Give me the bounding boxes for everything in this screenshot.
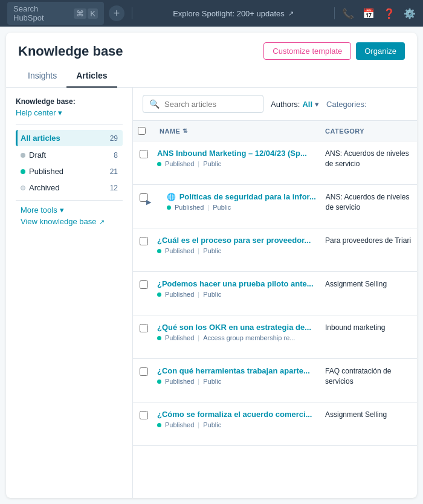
- authors-label: Authors:: [271, 100, 300, 109]
- sidebar-divider2: [16, 200, 123, 201]
- row-category-4: Inbound marketing: [320, 315, 417, 340]
- expand-icon[interactable]: ▶: [146, 198, 151, 205]
- row-checkbox-6[interactable]: [133, 402, 155, 419]
- article-title-4[interactable]: ¿Qué son los OKR en una estrategia de...: [157, 323, 315, 332]
- archived-label: Archived: [29, 183, 106, 192]
- article-visibility-3: Public: [203, 291, 221, 298]
- settings-icon[interactable]: ⚙️: [404, 8, 416, 19]
- row-checkbox-5[interactable]: [133, 359, 155, 376]
- table-row: ANS Inbound Marketing – 12/04/23 (Sp... …: [133, 141, 417, 185]
- help-center-selector[interactable]: Help center: [16, 108, 123, 117]
- categories-filter[interactable]: Categories:: [326, 100, 366, 109]
- row-category-5: FAQ contratación de servicios: [320, 359, 417, 394]
- sort-icon: ⇅: [182, 128, 188, 134]
- article-meta-2: Published | Public: [157, 247, 315, 254]
- article-title-5[interactable]: ¿Con qué herramientas trabajan aparte...: [157, 366, 315, 375]
- tab-insights[interactable]: Insights: [18, 65, 66, 88]
- hubspot-search[interactable]: Search HubSpot ⌘ K: [7, 2, 104, 25]
- tab-articles[interactable]: Articles: [66, 65, 117, 88]
- article-meta-6: Published | Public: [157, 421, 315, 428]
- table-row: ¿Cuál es el proceso para ser proveedor..…: [133, 228, 417, 272]
- organize-button[interactable]: Organize: [356, 42, 405, 60]
- table-row: ¿Podemos hacer una prueba piloto ante...…: [133, 272, 417, 315]
- row-name-cell-3: ¿Podemos hacer una prueba piloto ante...…: [155, 272, 320, 305]
- search-box[interactable]: 🔍: [143, 95, 263, 113]
- help-icon[interactable]: ❓: [383, 8, 395, 19]
- add-button[interactable]: +: [109, 5, 124, 21]
- table-row: ¿Con qué herramientas trabajan aparte...…: [133, 359, 417, 402]
- article-title-2[interactable]: ¿Cuál es el proceso para ser proveedor..…: [157, 236, 315, 245]
- th-name[interactable]: NAME ⇅: [155, 124, 320, 137]
- archived-dot: [21, 186, 25, 190]
- article-visibility-4: Access group membership re...: [203, 334, 295, 341]
- row-name-cell-6: ¿Cómo se formaliza el acuerdo comerci...…: [155, 402, 320, 436]
- article-title-0[interactable]: ANS Inbound Marketing – 12/04/23 (Sp...: [157, 149, 315, 158]
- customize-template-button[interactable]: Customize template: [263, 42, 351, 60]
- page-header: Knowledge base Customize template Organi…: [6, 33, 417, 60]
- row-checkbox-2[interactable]: [133, 228, 155, 245]
- more-tools-button[interactable]: More tools: [21, 205, 123, 215]
- spotlight-banner[interactable]: Explore Spotlight: 200+ updates ↗: [140, 9, 327, 18]
- content-area: Knowledge base: Help center All articles…: [6, 88, 417, 498]
- sidebar-section-label: Knowledge base:: [16, 97, 123, 106]
- spotlight-text: Explore Spotlight: 200+ updates: [173, 9, 285, 18]
- article-status-6: Published: [165, 421, 194, 428]
- th-category: CATEGORY: [320, 124, 417, 137]
- table-row: ▶ 🌐 Políticas de seguridad para la infor…: [133, 185, 417, 228]
- calendar-icon[interactable]: 📅: [363, 8, 375, 19]
- authors-filter[interactable]: Authors: All: [271, 100, 319, 109]
- select-all-checkbox[interactable]: [138, 127, 146, 135]
- article-visibility-0: Public: [203, 160, 221, 167]
- status-dot-6: [157, 423, 161, 427]
- sidebar-divider: [16, 124, 123, 125]
- search-text: Search HubSpot: [13, 4, 70, 22]
- sidebar-item-archived[interactable]: Archived 12: [16, 180, 123, 195]
- status-dot-4: [157, 336, 161, 340]
- article-title-6[interactable]: ¿Cómo se formaliza el acuerdo comerci...: [157, 410, 315, 419]
- table-header: NAME ⇅ CATEGORY: [133, 121, 417, 141]
- status-dot-1: [167, 205, 171, 210]
- row-checkbox-1[interactable]: [133, 185, 155, 202]
- phone-icon[interactable]: 📞: [342, 8, 354, 19]
- cmd-key: ⌘: [74, 8, 86, 19]
- header-buttons: Customize template Organize: [263, 42, 405, 60]
- article-visibility-2: Public: [203, 247, 221, 254]
- row-checkbox-3[interactable]: [133, 272, 155, 289]
- article-title-3[interactable]: ¿Podemos hacer una prueba piloto ante...: [157, 279, 315, 288]
- row-checkbox-4[interactable]: [133, 315, 155, 332]
- sidebar-item-draft[interactable]: Draft 8: [16, 147, 123, 163]
- authors-value[interactable]: All: [302, 100, 312, 109]
- draft-count: 8: [114, 151, 118, 160]
- chevron-down-icon: [58, 108, 62, 117]
- k-key: K: [88, 8, 98, 19]
- draft-dot: [21, 153, 25, 158]
- external-link-icon: ↗: [288, 10, 294, 18]
- row-category-2: Para proveedores de Triari: [320, 228, 417, 253]
- article-meta-4: Published | Access group membership re..…: [157, 334, 315, 341]
- article-visibility-6: Public: [203, 421, 221, 428]
- row-checkbox-0[interactable]: [133, 141, 155, 158]
- article-meta-5: Published | Public: [157, 378, 315, 385]
- draft-label: Draft: [29, 150, 110, 160]
- article-status-1: Published: [175, 204, 204, 211]
- row-category-6: Assignment Selling: [320, 402, 417, 427]
- article-meta-0: Published | Public: [157, 160, 315, 167]
- globe-icon: 🌐: [167, 193, 176, 201]
- all-articles-count: 29: [110, 134, 118, 143]
- view-kb-external-icon: [99, 217, 105, 226]
- sidebar-item-all-articles[interactable]: All articles 29: [16, 130, 123, 146]
- published-count: 21: [110, 167, 118, 176]
- sidebar-item-published[interactable]: Published 21: [16, 164, 123, 179]
- search-input[interactable]: [164, 100, 257, 109]
- row-category-1: ANS: Acuerdos de niveles de servicio: [321, 185, 417, 220]
- th-checkbox: [133, 124, 155, 137]
- more-tools-label: More tools: [21, 205, 57, 215]
- row-name-cell-0: ANS Inbound Marketing – 12/04/23 (Sp... …: [155, 141, 320, 175]
- view-knowledge-base-link[interactable]: View knowledge base: [21, 217, 123, 226]
- article-status-3: Published: [165, 291, 194, 298]
- article-status-2: Published: [165, 247, 194, 254]
- more-tools-chevron-icon: [60, 205, 64, 215]
- row-category-3: Assignment Selling: [320, 272, 417, 297]
- view-kb-label: View knowledge base: [21, 217, 97, 226]
- article-title-1[interactable]: 🌐 Políticas de seguridad para la infor..…: [167, 192, 316, 201]
